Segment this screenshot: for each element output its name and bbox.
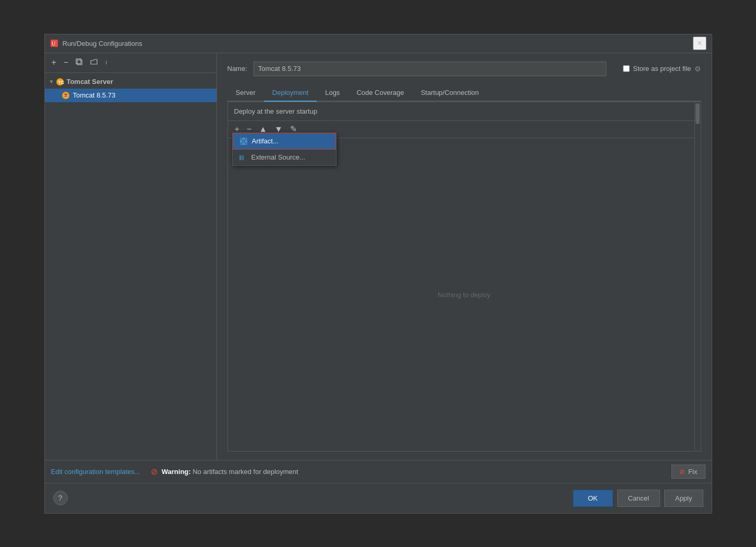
help-button[interactable]: ? (53, 491, 68, 505)
dropdown-menu: Artifact... External Source... (232, 132, 337, 166)
store-as-project-label: Store as project file (633, 65, 691, 72)
apply-button[interactable]: Apply (664, 490, 703, 507)
svg-rect-14 (239, 155, 241, 160)
copy-config-button[interactable] (73, 57, 86, 68)
move-config-button[interactable] (88, 57, 100, 68)
name-label: Name: (227, 65, 247, 72)
tab-code-coverage[interactable]: Code Coverage (348, 84, 412, 102)
chevron-down-icon: ▼ (49, 79, 54, 84)
tomcat-server-icon: TC (56, 78, 64, 86)
tree-group-tomcat: ▼ TC Tomcat Server TC Tomcat (45, 75, 217, 102)
svg-text:U: U (52, 41, 56, 46)
warning-detail: No artifacts marked for deployment (191, 468, 298, 476)
fix-button[interactable]: ⊘ Fix (671, 465, 705, 479)
name-row: Name: Store as project file ⚙ (227, 62, 701, 76)
tab-content-deployment: Deploy at the server startup + − ▲ ▼ ✎ (227, 102, 701, 452)
warning-section: ⊘ Warning: No artifacts marked for deplo… (140, 467, 671, 477)
run-debug-dialog: U Run/Debug Configurations × + − (44, 34, 712, 514)
svg-text:TC: TC (58, 80, 64, 85)
artifact-icon (239, 137, 248, 145)
store-as-project-checkbox[interactable] (623, 65, 630, 72)
svg-text:TC: TC (64, 94, 68, 98)
dialog-icon: U (50, 39, 58, 47)
vertical-scrollbar[interactable] (694, 102, 701, 451)
warning-text: Warning: No artifacts marked for deploym… (162, 468, 298, 476)
dialog-title: Run/Debug Configurations (63, 40, 693, 47)
dropdown-item-external-source[interactable]: External Source... (233, 150, 336, 165)
sidebar-toolbar: + − ↕ (45, 53, 217, 73)
deploy-section-header: Deploy at the server startup (228, 102, 701, 121)
deploy-section-title: Deploy at the server startup (234, 107, 318, 115)
dropdown-item-artifact[interactable]: Artifact... (233, 133, 336, 150)
ok-button[interactable]: OK (573, 490, 613, 507)
edit-templates-link[interactable]: Edit configuration templates... (51, 468, 140, 476)
svg-text:↕: ↕ (105, 59, 108, 65)
svg-rect-3 (76, 59, 81, 64)
tree-group-header-tomcat[interactable]: ▼ TC Tomcat Server (45, 75, 217, 89)
svg-rect-2 (77, 60, 82, 65)
main-content: + − ↕ (45, 53, 712, 460)
right-panel: Name: Store as project file ⚙ Server Dep… (217, 53, 712, 460)
action-row: ? OK Cancel Apply (45, 483, 712, 513)
close-button[interactable]: × (693, 37, 706, 50)
warning-bold: Warning: (162, 468, 191, 476)
tree-item-tomcat-8573[interactable]: TC Tomcat 8.5.73 (45, 89, 217, 102)
store-as-project-container: Store as project file ⚙ (623, 65, 701, 73)
fix-label: Fix (688, 468, 697, 476)
action-buttons: OK Cancel Apply (573, 490, 703, 507)
bottom-bar: Edit configuration templates... ⊘ Warnin… (45, 460, 712, 483)
cancel-button[interactable]: Cancel (617, 490, 660, 507)
tab-logs[interactable]: Logs (317, 84, 348, 102)
deploy-content: Nothing to deploy (228, 138, 701, 451)
title-bar: U Run/Debug Configurations × (45, 34, 712, 53)
scrollbar-thumb (695, 103, 700, 124)
tab-startup-connection[interactable]: Startup/Connection (412, 84, 487, 102)
name-input[interactable] (254, 62, 606, 76)
nothing-to-deploy-label: Nothing to deploy (438, 290, 490, 298)
dropdown-item-artifact-label: Artifact... (252, 137, 279, 145)
remove-config-button[interactable]: − (61, 57, 71, 68)
svg-rect-16 (242, 155, 243, 160)
external-source-icon (239, 153, 247, 162)
tree-group-label: Tomcat Server (66, 78, 113, 86)
svg-rect-17 (243, 155, 244, 160)
tab-server[interactable]: Server (227, 84, 264, 102)
fix-icon: ⊘ (679, 468, 685, 476)
dropdown-item-external-label: External Source... (251, 153, 305, 161)
tab-deployment[interactable]: Deployment (264, 84, 317, 102)
tabs-bar: Server Deployment Logs Code Coverage Sta… (227, 84, 701, 102)
gear-icon[interactable]: ⚙ (694, 65, 701, 73)
tree-item-label: Tomcat 8.5.73 (73, 91, 116, 99)
add-config-button[interactable]: + (49, 57, 59, 68)
warning-icon: ⊘ (151, 467, 158, 477)
sidebar-tree: ▼ TC Tomcat Server TC Tomcat (45, 73, 217, 460)
sort-config-button[interactable]: ↕ (102, 57, 115, 68)
sidebar: + − ↕ (45, 53, 217, 460)
svg-rect-15 (241, 155, 242, 160)
tomcat-instance-icon: TC (62, 91, 70, 100)
